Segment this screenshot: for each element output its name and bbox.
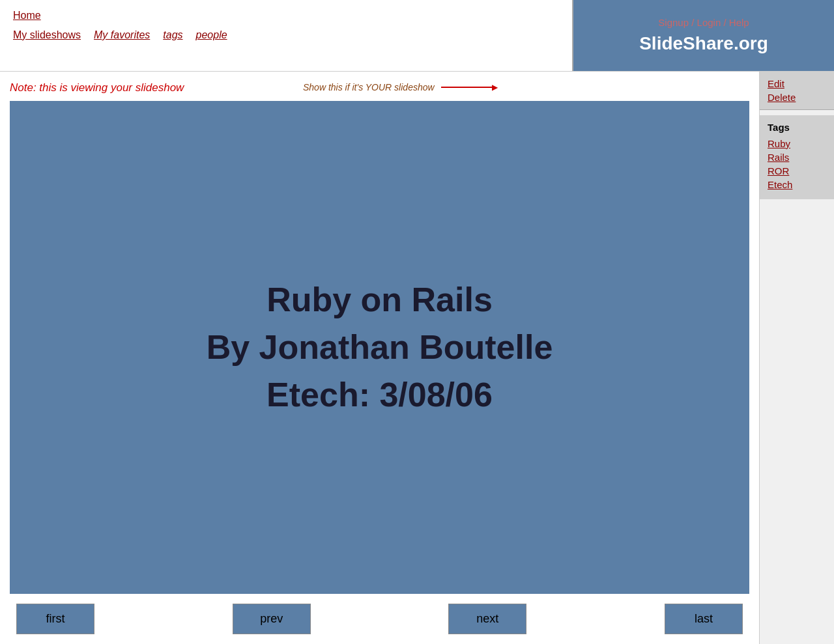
slide-line2: By Jonathan Boutelle [207,324,553,371]
tag-link[interactable]: ROR [768,165,826,176]
separator2: / [721,17,729,28]
help-link[interactable]: Help [729,17,749,28]
note-text: Note: this is viewing your slideshow [10,81,184,94]
people-link[interactable]: people [196,29,227,41]
last-button[interactable]: last [665,604,743,634]
slide-display: Ruby on Rails By Jonathan Boutelle Etech… [10,101,749,594]
next-button[interactable]: next [448,604,526,634]
nav-buttons: first prev next last [10,604,749,634]
site-title: SlideShare.org [639,33,768,54]
slideshow-area: Note: this is viewing your slideshow Sho… [0,72,759,644]
delete-link[interactable]: Delete [768,92,826,103]
nav-row: My slideshows My favorites tags people [13,29,559,41]
header-right: Signup / Login / Help SlideShare.org [573,0,834,71]
right-sidebar: Edit Delete Tags RubyRailsROREtech [759,72,834,644]
header: Home My slideshows My favorites tags peo… [0,0,834,72]
arrow-icon [441,83,498,92]
owner-annotation-group: Show this if it's YOUR slideshow [303,81,498,93]
tag-link[interactable]: Ruby [768,138,826,149]
home-link[interactable]: Home [13,10,41,21]
signup-link[interactable]: Signup [658,17,689,28]
first-button[interactable]: first [16,604,94,634]
my-favorites-link[interactable]: My favorites [94,29,150,41]
tags-container: RubyRailsROREtech [768,138,826,190]
login-link[interactable]: Login [697,17,721,28]
main-wrapper: Note: this is viewing your slideshow Sho… [0,72,834,644]
tag-link[interactable]: Etech [768,179,826,190]
owner-annotation-text: Show this if it's YOUR slideshow [303,81,435,93]
my-slideshows-link[interactable]: My slideshows [13,29,81,41]
tags-link[interactable]: tags [163,29,182,41]
slideshow-top-note: Note: this is viewing your slideshow Sho… [10,81,749,94]
header-left: Home My slideshows My favorites tags peo… [0,0,573,71]
slide-content: Ruby on Rails By Jonathan Boutelle Etech… [207,276,553,418]
tag-link[interactable]: Rails [768,152,826,163]
tags-section: Tags RubyRailsROREtech [760,115,834,199]
slide-line1: Ruby on Rails [207,276,553,324]
separator1: / [689,17,697,28]
auth-links: Signup / Login / Help [658,17,749,28]
edit-link[interactable]: Edit [768,78,826,89]
slide-line3: Etech: 3/08/06 [207,371,553,419]
tags-title: Tags [768,122,826,133]
prev-button[interactable]: prev [233,604,311,634]
edit-delete-section: Edit Delete [760,72,834,110]
top-row: Home [13,10,559,21]
